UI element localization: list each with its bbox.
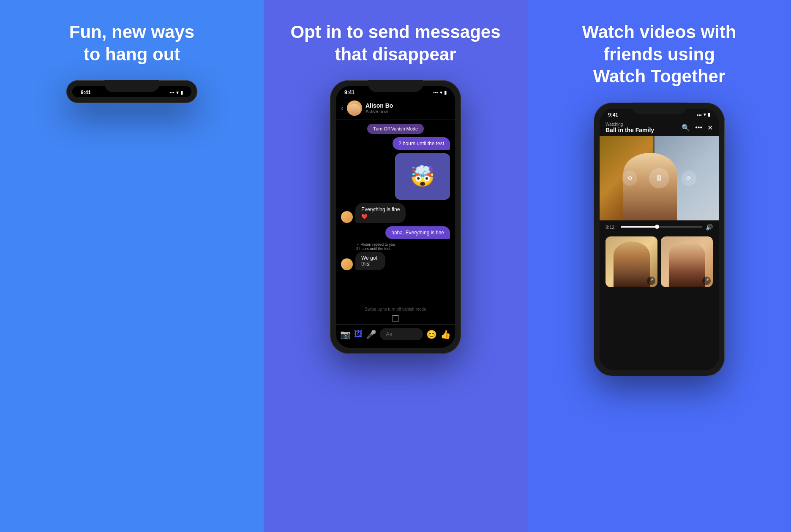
back-icon[interactable]: ‹: [341, 104, 344, 113]
chat-header: ‹ Alison Bo Active now: [336, 97, 455, 119]
chat-input-bar: 📷 🖼 🎤 Aa 😊 👍: [336, 324, 455, 344]
msg-avatar-1: [341, 211, 353, 223]
msg-reply-group: ← Alison replied to you2 hours until the…: [341, 242, 395, 270]
participant-video-2: 🎤: [661, 236, 713, 287]
panel-1-title: Fun, new ways to hang out: [69, 21, 194, 65]
phone-3-notch: [632, 103, 687, 114]
status-time-3: 9:41: [608, 112, 618, 118]
msg-we-got-it: We got this!: [355, 252, 385, 270]
participant-person-2: [668, 242, 705, 287]
chat-screen: ‹ Alison Bo Active now Turn Off Vanish M…: [336, 97, 455, 344]
battery-icon-2: ▮: [444, 90, 447, 95]
status-icons-2: ▪▪▪ ▾ ▮: [433, 90, 447, 95]
status-time-1: 9:41: [81, 90, 91, 95]
chat-messages[interactable]: Turn Off Vanish Mode 2 hours until the t…: [336, 119, 455, 305]
vanish-mode-msg: Turn Off Vanish Mode: [367, 124, 424, 134]
watch-label: Watching: [606, 122, 682, 127]
phone-2-notch: [368, 80, 423, 92]
phone-2: 9:41 ▪▪▪ ▾ ▮ ‹ Alison Bo: [330, 80, 461, 354]
watch-title-area: Watching Ball in the Family: [606, 122, 682, 133]
reply-context: ← Alison replied to you2 hours until the…: [355, 242, 395, 251]
progress-track[interactable]: [621, 226, 702, 228]
battery-icon: ▮: [180, 90, 183, 95]
sticker-icon: 🤯: [410, 165, 435, 188]
photo-icon[interactable]: 🖼: [354, 329, 363, 339]
status-time-2: 9:41: [344, 90, 355, 95]
mic-status-2: 🎤: [702, 277, 711, 285]
phone-notch: [104, 80, 159, 92]
panel-2: Opt in to send messages that disappear 9…: [264, 0, 527, 532]
vanish-footer: Swipe up to turn off vanish mode: [336, 305, 455, 315]
camera-icon[interactable]: 📷: [340, 329, 351, 339]
msg-we-got-it-group: ← Alison replied to you2 hours until the…: [355, 242, 395, 270]
msg-test-time: 2 hours until the test: [393, 137, 450, 150]
mic-status-1: 🎤: [647, 277, 655, 285]
signal-icon-3: ▪▪▪: [697, 112, 702, 117]
wifi-icon-2: ▾: [440, 90, 442, 95]
sticker-msg: 🤯: [395, 153, 450, 200]
phone-3: 9:41 ▪▪▪ ▾ ▮ Watching Ball in the Family: [594, 103, 725, 376]
panel-2-title: Opt in to send messages that disappear: [290, 21, 500, 65]
rewind-button[interactable]: ⟲: [622, 171, 637, 186]
signal-icon-2: ▪▪▪: [433, 90, 438, 95]
phone-1: 9:41 ▪▪▪ ▾ ▮: [66, 80, 197, 103]
search-icon[interactable]: 🔍: [682, 124, 690, 132]
mic-icon[interactable]: 🎤: [366, 329, 376, 339]
chat-name-area: Alison Bo Active now: [365, 102, 450, 114]
progress-fill: [621, 226, 657, 228]
wifi-icon: ▾: [176, 90, 179, 95]
participant-person-1: [613, 242, 649, 287]
chat-avatar: [347, 100, 362, 116]
battery-icon-3: ▮: [708, 112, 710, 117]
watch-video-title: Ball in the Family: [606, 127, 682, 133]
emoji-icon[interactable]: 😊: [426, 329, 437, 339]
watch-header-icons: 🔍 ••• ✕: [682, 124, 713, 132]
panel-1: Fun, new ways to hang out 9:41 ▪▪▪ ▾ ▮: [0, 0, 264, 532]
chat-input[interactable]: Aa: [380, 328, 423, 340]
forward-button[interactable]: ⟳: [681, 171, 696, 186]
msg-avatar-2: [341, 258, 353, 270]
msg-fine: Everything is fine ❤️: [355, 203, 406, 223]
msg-haha-fine: haha. Everything is fine: [385, 226, 450, 239]
msg-group-1: Everything is fine ❤️: [341, 203, 450, 223]
panel-3-title: Watch videos with friends using Watch To…: [582, 21, 736, 88]
loading-indicator: [336, 315, 455, 324]
panel-3: Watch videos with friends using Watch To…: [527, 0, 791, 532]
video-player[interactable]: ⟲ ⏸ ⟳: [600, 136, 719, 220]
avatar-person: [349, 104, 360, 116]
close-icon[interactable]: ✕: [707, 124, 713, 132]
video-controls: ⟲ ⏸ ⟳: [622, 168, 696, 188]
progress-dot: [655, 225, 659, 229]
progress-time: 8:12: [606, 225, 617, 230]
video-progress-bar: 8:12 🔊: [600, 220, 719, 232]
like-icon[interactable]: 👍: [440, 329, 451, 339]
participant-videos: 🎤 🎤: [600, 232, 719, 293]
contact-name: Alison Bo: [365, 102, 450, 109]
volume-icon[interactable]: 🔊: [706, 224, 713, 231]
watch-screen: Watching Ball in the Family 🔍 ••• ✕: [600, 119, 719, 366]
participant-video-1: 🎤: [606, 236, 657, 287]
watch-header: Watching Ball in the Family 🔍 ••• ✕: [600, 119, 719, 136]
signal-icon: ▪▪▪: [169, 90, 175, 95]
contact-status: Active now: [365, 109, 450, 114]
play-pause-button[interactable]: ⏸: [649, 168, 669, 188]
status-icons-1: ▪▪▪ ▾ ▮: [169, 90, 183, 95]
wifi-icon-3: ▾: [704, 112, 706, 117]
more-options-icon[interactable]: •••: [695, 124, 702, 132]
status-icons-3: ▪▪▪ ▾ ▮: [697, 112, 710, 117]
